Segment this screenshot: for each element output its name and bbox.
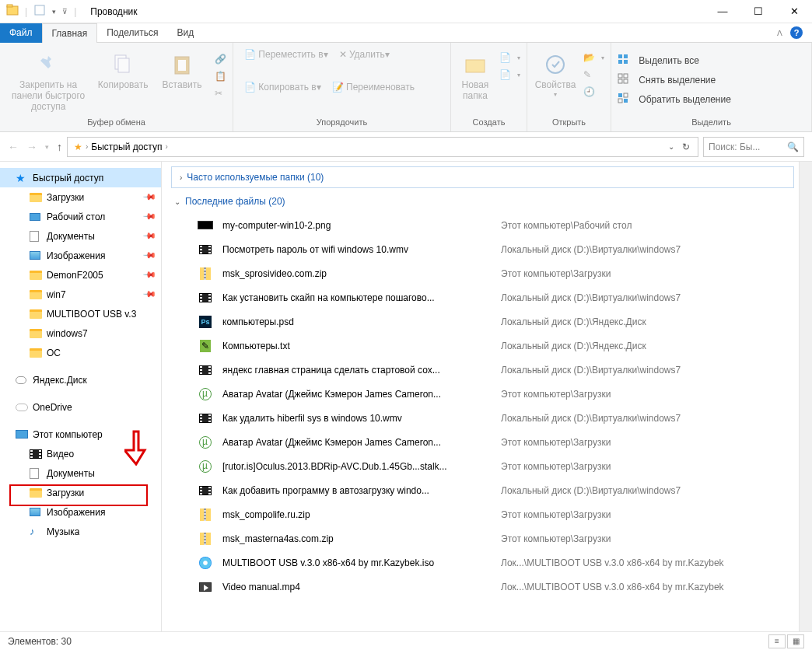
ribbon-collapse-icon[interactable]: ᐱ — [777, 29, 782, 37]
file-row[interactable]: MULTIBOOT USB v.3.0 x86-x64 by mr.Kazybe… — [198, 550, 799, 575]
file-name: Аватар Avatar (Джеймс Кэмерон James Came… — [222, 389, 501, 400]
minimize-button[interactable]: — — [705, 0, 740, 23]
move-icon: 📄 — [244, 49, 256, 60]
file-path: Локальный диск (D:)\Виртуалки\windows7 — [501, 485, 681, 496]
group-header-frequent[interactable]: › Часто используемые папки (10) — [171, 166, 794, 188]
breadcrumb-dropdown-icon[interactable]: ⌄ — [668, 142, 674, 151]
file-row[interactable]: Video manual.mp4Лок...\MULTIBOOT USB v.3… — [198, 575, 799, 599]
paste-shortcut-button[interactable]: 📋 — [215, 69, 226, 83]
chevron-right-icon[interactable]: › — [165, 142, 167, 151]
scrollbar[interactable] — [799, 162, 812, 631]
invert-selection-button[interactable]: Обратить выделение — [618, 91, 731, 107]
view-large-icons-button[interactable]: ▦ — [787, 634, 804, 648]
properties-button[interactable]: Свойства ▾ — [534, 49, 577, 98]
easy-access-button[interactable]: 📄▾ — [499, 68, 520, 82]
sidebar-item[interactable]: MULTIBOOT USB v.3 — [0, 304, 161, 323]
breadcrumb[interactable]: ★ › Быстрый доступ › ⌄ ↻ — [67, 137, 698, 157]
sidebar-item[interactable]: DemonF2005📌 — [0, 265, 161, 285]
file-row[interactable]: msk_masterna4as.com.zipЭтот компьютер\За… — [198, 526, 799, 550]
rename-icon: 📝 — [332, 82, 344, 93]
sidebar-item[interactable]: windows7 — [0, 323, 161, 343]
svg-rect-10 — [624, 54, 628, 58]
chevron-right-icon: › — [180, 173, 182, 182]
chevron-right-icon[interactable]: › — [86, 142, 88, 151]
nav-up-icon[interactable]: ↑ — [57, 141, 62, 153]
sidebar-item-yandex[interactable]: Яндекс.Диск — [0, 370, 161, 390]
qat-dropdown-icon[interactable]: ▾ — [52, 8, 56, 16]
cut-button[interactable]: ✂ — [215, 86, 226, 100]
close-button[interactable]: ✕ — [776, 0, 812, 23]
tab-home[interactable]: Главная — [42, 23, 98, 43]
qat-overflow-icon[interactable]: ⊽ — [62, 8, 68, 16]
open-button[interactable]: 📂▾ — [583, 51, 604, 65]
paste-button[interactable]: Вставить — [156, 49, 208, 91]
select-none-button[interactable]: Снять выделение — [618, 72, 731, 88]
group-header-recent[interactable]: ⌄ Последние файлы (20) — [166, 191, 799, 211]
file-row[interactable]: [rutor.is]Oculus.2013.BDRip-AVC.Dub.1.45… — [198, 454, 799, 478]
copy-button[interactable]: Копировать — [96, 49, 149, 91]
tab-file[interactable]: Файл — [0, 23, 42, 43]
select-all-button[interactable]: Выделить все — [618, 52, 731, 68]
nav-row: ← → ▾ ↑ ★ › Быстрый доступ › ⌄ ↻ Поиск: … — [0, 132, 812, 162]
copy-path-button[interactable]: 🔗 — [215, 52, 226, 66]
file-row[interactable]: Psкомпьютеры.psdЛокальный диск (D:)\Янде… — [198, 309, 799, 334]
file-row[interactable]: Аватар Avatar (Джеймс Кэмерон James Came… — [198, 382, 799, 406]
nav-forward-icon[interactable]: → — [26, 141, 37, 153]
file-row[interactable]: Как удалить hiberfil sys в windows 10.wm… — [198, 406, 799, 430]
svg-rect-18 — [624, 93, 628, 97]
file-row[interactable]: Как установить скайп на компьютере пошаг… — [198, 285, 799, 309]
sidebar-item[interactable]: Рабочий стол📌 — [0, 207, 161, 226]
file-row[interactable]: Посмотреть пароль от wifi windows 10.wmv… — [198, 237, 799, 261]
sidebar-item-label: DemonF2005 — [47, 270, 103, 281]
quick-access-toolbar: | ▾ ⊽ | — [0, 4, 82, 19]
file-row[interactable]: яндекс главная страница сделать стартово… — [198, 358, 799, 382]
new-folder-button[interactable]: Новая папка — [457, 49, 493, 102]
txt-icon: ✎ — [198, 338, 213, 354]
tab-view[interactable]: Вид — [167, 23, 203, 43]
delete-button[interactable]: ✕ Удалить▾ — [339, 49, 390, 60]
file-name: Посмотреть пароль от wifi windows 10.wmv — [222, 244, 501, 255]
refresh-icon[interactable]: ↻ — [682, 142, 690, 152]
history-button[interactable]: 🕘 — [583, 85, 604, 99]
file-row[interactable]: Как добавить программу в автозагрузку wi… — [198, 478, 799, 502]
pin-to-quick-access-button[interactable]: Закрепить на панели быстрого доступа — [6, 49, 90, 112]
tab-share[interactable]: Поделиться — [97, 23, 167, 43]
annotation-box — [9, 484, 148, 506]
sidebar-item-quick-access[interactable]: ★ Быстрый доступ — [0, 168, 161, 187]
sidebar-item[interactable]: ♪Музыка — [0, 522, 161, 541]
edit-button[interactable]: ✎ — [583, 68, 604, 82]
file-name: msk_sprosivideo.com.zip — [222, 268, 501, 279]
file-row[interactable]: my-computer-win10-2.pngЭтот компьютер\Ра… — [198, 213, 799, 237]
qat-item-icon[interactable] — [33, 4, 46, 19]
search-placeholder: Поиск: Бы... — [709, 142, 760, 152]
folder-icon — [30, 308, 42, 320]
new-item-button[interactable]: 📄▾ — [499, 51, 520, 65]
file-row[interactable]: ✎Компьютеры.txtЛокальный диск (D:)\Яндек… — [198, 334, 799, 358]
sidebar-item[interactable]: Изображения📌 — [0, 246, 161, 265]
sidebar-item[interactable]: Документы📌 — [0, 226, 161, 246]
quick-access-star-icon: ★ — [74, 142, 82, 152]
move-to-button[interactable]: 📄 Переместить в▾ — [244, 49, 328, 60]
copy-to-button[interactable]: 📄 Копировать в▾ — [244, 82, 321, 93]
nav-back-icon[interactable]: ← — [8, 141, 19, 153]
file-path: Локальный диск (D:)\Виртуалки\windows7 — [501, 244, 681, 255]
rename-button[interactable]: 📝 Переименовать — [332, 82, 415, 93]
help-icon[interactable]: ? — [790, 26, 803, 39]
svg-rect-2 — [35, 5, 44, 15]
svg-rect-11 — [618, 60, 622, 64]
sidebar-item[interactable]: ОС — [0, 343, 161, 362]
maximize-button[interactable]: ☐ — [740, 0, 776, 23]
search-input[interactable]: Поиск: Бы... 🔍 — [703, 137, 804, 157]
file-row[interactable]: msk_compolife.ru.zipЭтот компьютер\Загру… — [198, 502, 799, 526]
view-details-button[interactable]: ≡ — [768, 634, 786, 648]
file-path: Локальный диск (D:)\Яндекс.Диск — [501, 316, 646, 327]
file-row[interactable]: msk_sprosivideo.com.zipЭтот компьютер\За… — [198, 261, 799, 285]
sidebar-item[interactable]: win7📌 — [0, 285, 161, 304]
sidebar-item-onedrive[interactable]: OneDrive — [0, 397, 161, 417]
breadcrumb-segment[interactable]: Быстрый доступ — [91, 142, 162, 152]
nav-recent-icon[interactable]: ▾ — [45, 143, 49, 151]
sidebar-item[interactable]: Документы — [0, 463, 161, 483]
sidebar-item[interactable]: Загрузки📌 — [0, 187, 161, 207]
file-name: Как установить скайп на компьютере пошаг… — [222, 292, 501, 303]
file-row[interactable]: Аватар Avatar (Джеймс Кэмерон James Came… — [198, 430, 799, 454]
